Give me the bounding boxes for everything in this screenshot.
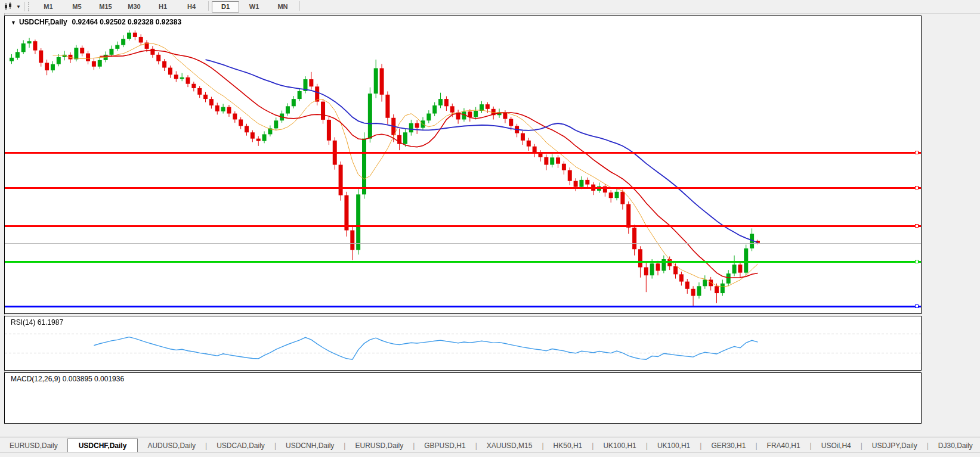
price-chart-panel: ▼USDCHF,Daily0.92464 0.92502 0.92328 0.9… <box>4 15 922 314</box>
chart-tab-hk50-h1[interactable]: HK50,H1 <box>544 439 592 453</box>
chart-tabs: EURUSD,DailyUSDCHF,DailyAUDUSD,Daily|USD… <box>0 438 980 453</box>
status-bar <box>0 452 980 457</box>
timeframe-button-h1[interactable]: H1 <box>149 1 177 13</box>
toolbar-separator <box>24 2 25 11</box>
price-axis[interactable] <box>922 15 980 436</box>
chart-tab-usdcad-daily[interactable]: USDCAD,Daily <box>207 439 274 453</box>
timeframe-buttons: M1M5M15M30H1H4D1W1MN <box>35 1 302 13</box>
toolbar-grip[interactable] <box>28 2 32 11</box>
candlestick-chart-icon[interactable] <box>1 1 14 12</box>
timeframe-button-m30[interactable]: M30 <box>120 1 148 13</box>
chart-symbol-label: USDCHF,Daily <box>19 18 67 26</box>
chart-title-caret-icon[interactable]: ▼ <box>11 20 16 26</box>
chart-tab-usdjpy-daily[interactable]: USDJPY,Daily <box>862 439 927 453</box>
timeframe-button-h4[interactable]: H4 <box>178 1 205 13</box>
timeframe-button-m1[interactable]: M1 <box>35 1 62 13</box>
chart-type-dropdown-icon[interactable]: ▼ <box>14 1 23 12</box>
time-axis[interactable] <box>4 424 922 436</box>
rsi-label: RSI(14) 61.1987 <box>11 318 63 327</box>
macd-label: MACD(12,26,9) 0.003895 0.001936 <box>11 375 124 383</box>
chart-tab-eurusd-daily[interactable]: EURUSD,Daily <box>345 439 413 453</box>
chart-tab-audusd-daily[interactable]: AUDUSD,Daily <box>138 439 205 453</box>
chart-tab-uk100-h1[interactable]: UK100,H1 <box>593 439 645 453</box>
chart-tab-gbpusd-h1[interactable]: GBPUSD,H1 <box>415 439 475 453</box>
timeframe-button-d1[interactable]: D1 <box>212 1 239 13</box>
chart-ohlc-values: 0.92464 0.92502 0.92328 0.92383 <box>72 18 182 26</box>
chart-tab-uk100-h1[interactable]: UK100,H1 <box>648 439 700 453</box>
chart-title: ▼USDCHF,Daily0.92464 0.92502 0.92328 0.9… <box>11 18 181 26</box>
macd-panel: MACD(12,26,9) 0.003895 0.001936 <box>4 372 922 424</box>
chart-tab-fra40-h1[interactable]: FRA40,H1 <box>758 439 810 453</box>
timeframe-button-mn[interactable]: MN <box>269 1 296 13</box>
chart-tab-eurusd-daily[interactable]: EURUSD,Daily <box>0 439 67 453</box>
mt4-window: ▼ M1M5M15M30H1H4D1W1MN ▼USDCHF,Daily0.92… <box>0 0 980 457</box>
rsi-canvas[interactable] <box>5 316 921 370</box>
toolbar-separator <box>208 1 209 11</box>
timeframe-button-m5[interactable]: M5 <box>63 1 91 13</box>
chart-tab-usdchf-daily[interactable]: USDCHF,Daily <box>67 439 138 453</box>
timeframe-button-m15[interactable]: M15 <box>92 1 119 13</box>
chart-tabs-bar: EURUSD,DailyUSDCHF,DailyAUDUSD,Daily|USD… <box>0 437 980 453</box>
rsi-panel: RSI(14) 61.1987 <box>4 316 922 371</box>
chart-tab-usdcnh-daily[interactable]: USDCNH,Daily <box>276 439 344 453</box>
chart-tab-dj30-daily[interactable]: DJ30,Daily <box>929 439 980 453</box>
timeframe-toolbar: ▼ M1M5M15M30H1H4D1W1MN <box>0 0 980 14</box>
macd-canvas[interactable] <box>5 373 921 423</box>
chart-tab-usoil-h4[interactable]: USOil,H4 <box>812 439 861 453</box>
chart-tab-ger30-h1[interactable]: GER30,H1 <box>701 439 755 453</box>
timeframe-button-w1[interactable]: W1 <box>240 1 268 13</box>
toolbar-separator <box>299 1 300 11</box>
chart-tab-xauusd-m15[interactable]: XAUUSD,M15 <box>477 439 542 453</box>
price-chart-canvas[interactable] <box>5 16 921 313</box>
